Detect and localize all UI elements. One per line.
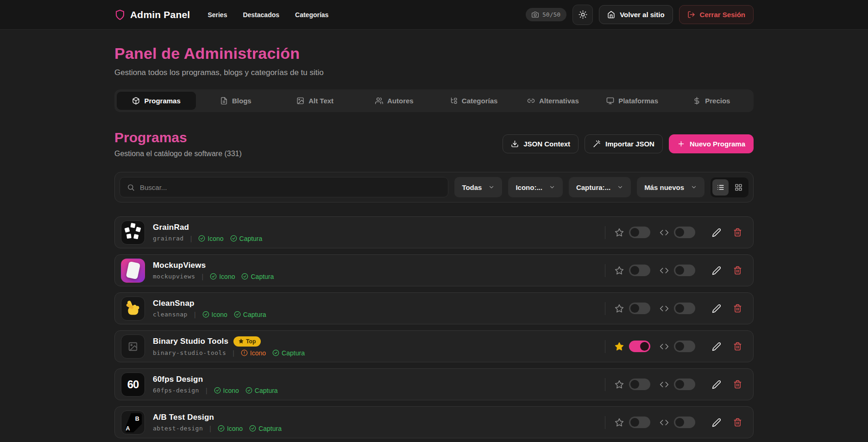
program-icon-tile: 60: [121, 373, 145, 397]
capture-filter-dropdown[interactable]: Captura:...: [569, 177, 631, 197]
featured-star-icon[interactable]: [615, 342, 624, 351]
theme-toggle-button[interactable]: [572, 5, 593, 25]
new-program-button[interactable]: Nuevo Programa: [669, 134, 754, 153]
edit-button[interactable]: [712, 418, 721, 427]
code-icon[interactable]: [660, 304, 669, 313]
code-toggle[interactable]: [674, 417, 695, 428]
featured-star-icon[interactable]: [615, 418, 624, 427]
code-icon[interactable]: [660, 228, 669, 237]
capture-status-badge: Captura: [249, 425, 282, 432]
delete-button[interactable]: [733, 304, 742, 313]
code-toggle[interactable]: [674, 379, 695, 390]
list-view-button[interactable]: [712, 179, 729, 196]
program-icon-tile: [121, 297, 145, 321]
divider: |: [209, 425, 211, 432]
logout-button[interactable]: Cerrar Sesión: [679, 5, 754, 24]
document-icon: [220, 97, 228, 105]
tab-blogs[interactable]: Blogs: [196, 92, 275, 110]
star-icon: [239, 339, 244, 344]
search-icon: [127, 183, 135, 191]
tab-plataformas[interactable]: Plataformas: [593, 92, 672, 110]
featured-toggle[interactable]: [629, 265, 650, 276]
featured-toggle[interactable]: [629, 227, 650, 238]
edit-button[interactable]: [712, 342, 721, 351]
featured-star-icon[interactable]: [615, 380, 624, 389]
divider: |: [194, 311, 196, 318]
search-input[interactable]: [140, 183, 441, 191]
featured-star-icon[interactable]: [615, 266, 624, 275]
tab-autores[interactable]: Autores: [355, 92, 434, 110]
code-toggle[interactable]: [674, 227, 695, 238]
capture-status-badge: Captura: [234, 311, 266, 318]
tab-alternativas[interactable]: Alternativas: [513, 92, 592, 110]
program-row: Binary Studio Tools Top binary-studio-to…: [114, 330, 754, 362]
code-icon[interactable]: [660, 266, 669, 275]
icon-status-badge: Icono: [210, 273, 235, 280]
code-toggle[interactable]: [674, 265, 695, 276]
featured-toggle[interactable]: [629, 417, 650, 428]
home-icon: [607, 11, 615, 19]
link-icon: [527, 97, 535, 105]
divider: [605, 416, 605, 429]
featured-star-icon[interactable]: [615, 304, 624, 313]
dollar-icon: [693, 97, 701, 105]
divider: [605, 340, 605, 353]
tab-bar: Programas Blogs Alt Text Autores Categor…: [114, 89, 754, 112]
program-name: Binary Studio Tools: [153, 337, 228, 346]
code-toggle[interactable]: [674, 341, 695, 352]
featured-toggle[interactable]: [629, 379, 650, 390]
icon-status-badge: Icono: [218, 425, 243, 432]
users-icon: [375, 97, 383, 105]
grid-view-button[interactable]: [730, 179, 747, 196]
delete-button[interactable]: [733, 418, 742, 427]
import-json-button[interactable]: Importar JSON: [585, 134, 663, 153]
sun-icon: [579, 10, 587, 19]
chevron-down-icon: [488, 184, 495, 190]
icon-filter-dropdown[interactable]: Icono:...: [508, 177, 563, 197]
divider: |: [202, 273, 204, 280]
camera-icon: [532, 11, 539, 18]
json-context-button[interactable]: JSON Context: [503, 134, 579, 153]
icon-status-badge: Icono: [202, 311, 227, 318]
icon-status-badge: Icono: [198, 235, 223, 242]
edit-button[interactable]: [712, 304, 721, 313]
program-icon-tile: [121, 335, 145, 359]
program-name: A/B Test Design: [153, 413, 214, 422]
package-icon: [132, 97, 140, 105]
captures-badge: 50/50: [526, 8, 566, 21]
icon-status-badge: Icono: [214, 387, 239, 394]
tab-programas[interactable]: Programas: [117, 92, 196, 110]
category-filter-dropdown[interactable]: Todas: [454, 177, 502, 197]
tab-alt-text[interactable]: Alt Text: [276, 92, 355, 110]
capture-status-badge: Captura: [272, 349, 305, 357]
back-to-site-button[interactable]: Volver al sitio: [599, 5, 673, 24]
nav-link-destacados[interactable]: Destacados: [243, 11, 279, 19]
code-icon[interactable]: [660, 380, 669, 389]
delete-button[interactable]: [733, 342, 742, 351]
nav-link-categorías[interactable]: Categorías: [295, 11, 328, 19]
featured-star-icon[interactable]: [615, 228, 624, 237]
tab-precios[interactable]: Precios: [672, 92, 751, 110]
delete-button[interactable]: [733, 380, 742, 389]
delete-button[interactable]: [733, 266, 742, 275]
nav-link-series[interactable]: Series: [208, 11, 227, 19]
top-badge: Top: [233, 336, 261, 347]
brand[interactable]: Admin Panel: [114, 9, 190, 20]
program-name: CleanSnap: [153, 299, 195, 308]
sort-dropdown[interactable]: Más nuevos: [637, 177, 704, 197]
edit-button[interactable]: [712, 228, 721, 237]
edit-button[interactable]: [712, 266, 721, 275]
featured-toggle[interactable]: [629, 341, 650, 352]
tab-categorías[interactable]: Categorías: [434, 92, 513, 110]
code-icon[interactable]: [660, 342, 669, 351]
edit-button[interactable]: [712, 380, 721, 389]
chevron-down-icon: [617, 184, 623, 190]
list-icon: [717, 183, 724, 191]
code-icon[interactable]: [660, 418, 669, 427]
download-icon: [511, 140, 519, 148]
program-name: MockupViews: [153, 261, 206, 270]
featured-toggle[interactable]: [629, 303, 650, 314]
code-toggle[interactable]: [674, 303, 695, 314]
page-subtitle: Gestiona todos los programas, blogs y ca…: [114, 68, 754, 77]
delete-button[interactable]: [733, 228, 742, 237]
